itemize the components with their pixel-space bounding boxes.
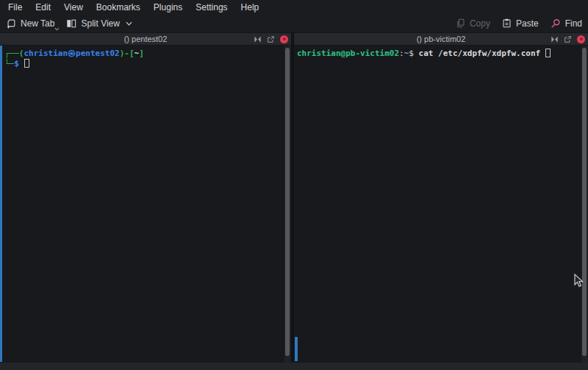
konsole-window: File Edit View Bookmarks Plugins Setting… [0, 0, 588, 370]
menu-edit[interactable]: Edit [29, 1, 57, 14]
copy-button[interactable]: Copy [456, 18, 490, 29]
find-label: Find [565, 18, 582, 29]
terminal-pentest02[interactable]: ┌──(christian㉿pentest02)-[~]└─$ [0, 46, 291, 363]
menu-file[interactable]: File [1, 1, 29, 14]
window-bottom-edge [0, 363, 588, 370]
paste-button[interactable]: Paste [502, 18, 539, 29]
new-tab-dropdown-caret[interactable] [54, 27, 60, 31]
detach-tab-icon[interactable] [564, 35, 572, 43]
split-container: () pentest02 [0, 32, 588, 363]
copy-label: Copy [470, 18, 490, 29]
paste-icon [502, 18, 512, 28]
terminal-cursor [24, 59, 29, 68]
find-icon [551, 18, 561, 29]
split-view-button[interactable]: Split View [66, 18, 132, 29]
pane-actions [551, 33, 585, 45]
close-split-button[interactable] [280, 35, 288, 43]
menu-settings[interactable]: Settings [189, 1, 234, 14]
pane-header-pb-victim02[interactable]: () pb-victim02 [294, 33, 588, 46]
pane-pentest02: () pentest02 [0, 33, 291, 363]
menu-plugins[interactable]: Plugins [147, 1, 189, 14]
pane-title: () pb-victim02 [294, 35, 588, 43]
scrollbar-left-pane[interactable] [284, 46, 291, 363]
pane-pb-victim02: () pb-victim02 [294, 33, 588, 363]
scrollbar-right-pane[interactable] [581, 46, 588, 363]
maximize-split-icon[interactable] [551, 35, 559, 43]
mouse-cursor [574, 274, 584, 291]
copy-icon [456, 18, 465, 28]
new-tab-button[interactable]: New Tab [6, 18, 54, 29]
terminal-cursor [545, 49, 551, 57]
terminal-text: ┌──(christian㉿pentest02)-[~]└─$ [0, 46, 291, 69]
toolbar-right: Copy Paste [456, 18, 582, 29]
pane-title: () pentest02 [0, 35, 291, 43]
close-split-button[interactable] [577, 35, 585, 43]
new-tab-label: New Tab [21, 18, 54, 29]
menu-bookmarks[interactable]: Bookmarks [90, 1, 147, 14]
pane-actions [254, 33, 288, 45]
terminal-pb-victim02[interactable]: christian@pb-victim02:~$ cat /etc/xdpfw/… [294, 46, 588, 363]
toolbar: New Tab Split View [0, 14, 588, 32]
chevron-down-icon [126, 21, 132, 26]
menu-help[interactable]: Help [234, 1, 266, 14]
split-view-label: Split View [81, 18, 119, 29]
terminal-text: christian@pb-victim02:~$ cat /etc/xdpfw/… [294, 46, 588, 59]
toolbar-left: New Tab Split View [6, 18, 132, 29]
new-output-highlight-bar [0, 46, 2, 362]
find-button[interactable]: Find [551, 18, 582, 29]
pane-header-pentest02[interactable]: () pentest02 [0, 33, 291, 46]
new-output-highlight-bar [295, 337, 298, 361]
menu-bar: File Edit View Bookmarks Plugins Setting… [0, 0, 588, 14]
tab-new-icon [6, 18, 16, 29]
menu-view[interactable]: View [57, 1, 90, 14]
paste-label: Paste [516, 18, 539, 29]
split-view-icon [66, 18, 76, 29]
detach-tab-icon[interactable] [267, 35, 275, 43]
maximize-split-icon[interactable] [254, 35, 262, 43]
